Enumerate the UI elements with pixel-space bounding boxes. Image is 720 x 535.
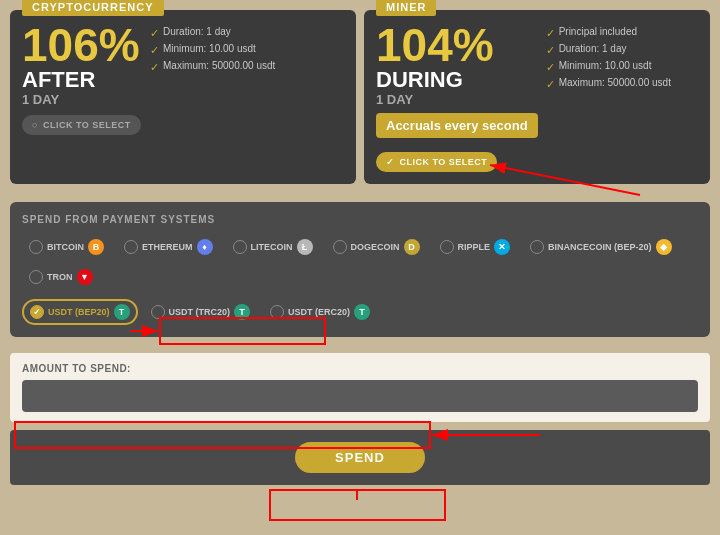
check-icon-1: ✓ [150,27,159,40]
cards-section: CRYPTOCURRENCY 106% AFTER 1 DAY ○ CLICK … [0,0,720,194]
card-accrual: Accruals every second [376,113,538,138]
check-icon-2: ✓ [150,44,159,57]
crypto-option-usdt-trc20[interactable]: USDT (TRC20) T [144,300,258,324]
crypto-icon-ripple: ✕ [494,239,510,255]
radio-usdt-erc20 [270,305,284,319]
check-icon-m3: ✓ [546,61,555,74]
crypto-icon-tron: ▼ [77,269,93,285]
crypto-label-binance: BINANCECOIN (BEP-20) [548,242,652,252]
crypto-option-ripple[interactable]: RIPPLE ✕ [433,235,518,259]
crypto-option-bitcoin[interactable]: BITCOIN B [22,235,111,259]
crypto-label-litecoin: LITECOIN [251,242,293,252]
card-label-crypto: AFTER [22,68,142,92]
card-badge-miner: MINER [376,0,436,16]
check-icon-m4: ✓ [546,78,555,91]
card-cryptocurrency: CRYPTOCURRENCY 106% AFTER 1 DAY ○ CLICK … [10,10,356,184]
radio-tron [29,270,43,284]
card-badge-cryptocurrency: CRYPTOCURRENCY [22,0,164,16]
radio-binance [530,240,544,254]
crypto-label-usdt-trc20: USDT (TRC20) [169,307,231,317]
detail-principal-miner: Principal included [559,26,637,37]
crypto-icon-binance: ◆ [656,239,672,255]
crypto-icon-dogecoin: D [404,239,420,255]
crypto-label-ripple: RIPPLE [458,242,491,252]
crypto-icon-bitcoin: B [88,239,104,255]
crypto-label-ethereum: ETHEREUM [142,242,193,252]
detail-duration-crypto: Duration: 1 day [163,26,231,37]
crypto-option-usdt-bep20[interactable]: USDT (BEP20) T [22,299,138,325]
crypto-option-tron[interactable]: TRON ▼ [22,265,100,289]
card-sublabel-crypto: 1 DAY [22,92,142,107]
crypto-options: BITCOIN B ETHEREUM ♦ LITECOIN Ł DOGECOIN… [22,235,698,325]
crypto-label-dogecoin: DOGECOIN [351,242,400,252]
crypto-label-usdt-erc20: USDT (ERC20) [288,307,350,317]
page-wrapper: CRYPTOCURRENCY 106% AFTER 1 DAY ○ CLICK … [0,0,720,485]
crypto-option-ethereum[interactable]: ETHEREUM ♦ [117,235,220,259]
crypto-icon-ethereum: ♦ [197,239,213,255]
svg-rect-6 [270,490,445,520]
select-icon-crypto: ○ [32,120,38,130]
card-percent-miner: 104% [376,22,494,68]
check-icon-3: ✓ [150,61,159,74]
crypto-icon-usdt-trc20: T [234,304,250,320]
amount-label: AMOUNT TO SPEND: [22,363,698,374]
select-label-crypto: CLICK TO SELECT [43,120,131,130]
radio-litecoin [233,240,247,254]
radio-usdt-bep20 [30,305,44,319]
select-icon-miner: ✓ [386,157,395,167]
payment-section: SPEND FROM PAYMENT SYSTEMS BITCOIN B ETH… [10,202,710,337]
crypto-label-tron: TRON [47,272,73,282]
card-label-miner: DURING [376,68,538,92]
card-details-crypto: ✓ Duration: 1 day ✓ Minimum: 10.00 usdt … [150,26,344,74]
card-miner: MINER 104% DURING 1 DAY Accruals every s… [364,10,710,184]
crypto-label-bitcoin: BITCOIN [47,242,84,252]
payment-title: SPEND FROM PAYMENT SYSTEMS [22,214,698,225]
check-icon-m2: ✓ [546,44,555,57]
card-percent-crypto: 106% [22,22,140,68]
radio-dogecoin [333,240,347,254]
detail-min-miner: Minimum: 10.00 usdt [559,60,652,71]
radio-ethereum [124,240,138,254]
gap-2 [0,337,720,345]
detail-max-crypto: Maximum: 50000.00 usdt [163,60,275,71]
crypto-option-dogecoin[interactable]: DOGECOIN D [326,235,427,259]
card-details-miner: ✓ Principal included ✓ Duration: 1 day ✓… [546,26,698,91]
crypto-icon-usdt-bep20: T [114,304,130,320]
crypto-icon-litecoin: Ł [297,239,313,255]
spend-button[interactable]: SPEND [295,442,425,473]
crypto-option-usdt-erc20[interactable]: USDT (ERC20) T [263,300,377,324]
detail-max-miner: Maximum: 50000.00 usdt [559,77,671,88]
select-label-miner: CLICK TO SELECT [400,157,488,167]
card-select-miner-button[interactable]: ✓ CLICK TO SELECT [376,152,497,172]
radio-ripple [440,240,454,254]
radio-usdt-trc20 [151,305,165,319]
card-select-crypto-button[interactable]: ○ CLICK TO SELECT [22,115,141,135]
crypto-label-usdt-bep20: USDT (BEP20) [48,307,110,317]
amount-section: AMOUNT TO SPEND: [10,353,710,422]
amount-input-wrapper [22,380,698,412]
amount-input[interactable] [22,380,698,412]
crypto-icon-usdt-erc20: T [354,304,370,320]
check-icon-m1: ✓ [546,27,555,40]
detail-duration-miner: Duration: 1 day [559,43,627,54]
crypto-option-litecoin[interactable]: LITECOIN Ł [226,235,320,259]
card-sublabel-miner: 1 DAY [376,92,538,107]
spend-section: SPEND [10,430,710,485]
detail-min-crypto: Minimum: 10.00 usdt [163,43,256,54]
crypto-option-binance[interactable]: BINANCECOIN (BEP-20) ◆ [523,235,679,259]
radio-bitcoin [29,240,43,254]
gap-1 [0,194,720,202]
